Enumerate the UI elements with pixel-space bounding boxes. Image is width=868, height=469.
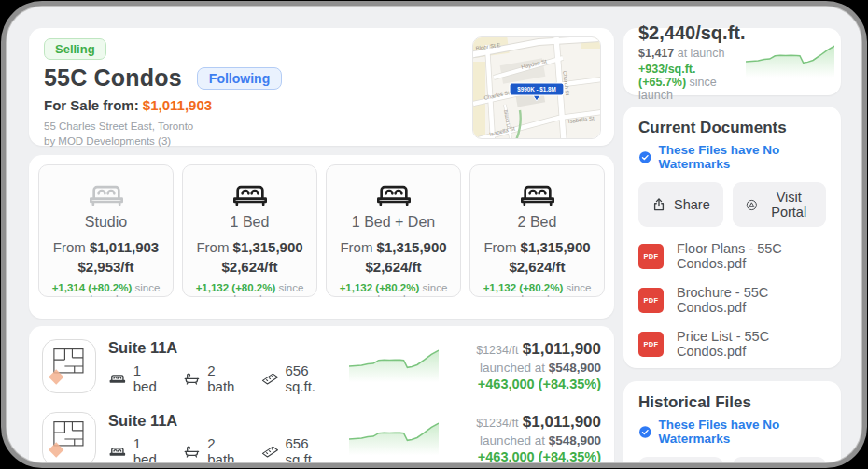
suite-row[interactable]: Suite 11A 1 bed 2 bath (42, 336, 601, 396)
file-row[interactable]: PDF Price List - 55C Condos.pdf (638, 329, 826, 359)
floorplan-thumbnail[interactable] (42, 339, 96, 393)
bed-icon (327, 178, 460, 206)
share-icon (651, 197, 666, 212)
bed-icon (39, 178, 173, 206)
unit-card-1bed[interactable]: 1 Bed From $1,315,900 $2,624/ft +1,132 (… (182, 164, 317, 297)
suite-name: Suite 11A (108, 339, 337, 357)
project-trend-sparkline (746, 39, 834, 84)
baths-spec: 2 bath (183, 362, 242, 394)
section-title: Historical Files (638, 393, 826, 412)
area-spec: 656 sq.ft. (261, 435, 337, 463)
bed-icon (470, 178, 604, 206)
suites-panel: Suite 11A 1 bed 2 bath (29, 326, 614, 462)
floorplan-thumbnail[interactable] (42, 412, 96, 462)
watermark-note: These Files have No Watermarks (638, 418, 826, 446)
page-title: 55C Condos (44, 64, 182, 92)
main-column: Selling 55C Condos Following For Sale fr… (29, 28, 614, 462)
drive-icon (746, 197, 758, 213)
verified-icon (638, 149, 652, 165)
map-thumbnail[interactable]: Bloor St E Hayden St Church St Charles S… (472, 36, 601, 139)
suite-name: Suite 11A (108, 412, 337, 430)
ruler-icon (261, 444, 279, 458)
share-button[interactable]: Share (638, 182, 723, 227)
status-badge: Selling (44, 38, 106, 60)
current-ppsf: $2,440/sq.ft. (638, 22, 746, 44)
verified-icon (638, 424, 652, 440)
map-image: Bloor St E Hayden St Church St Charles S… (473, 37, 601, 139)
price-trend-sparkline (349, 346, 439, 387)
pdf-icon: PDF (638, 288, 664, 313)
price-trend-sparkline (349, 419, 439, 460)
bath-icon (183, 444, 201, 459)
beds-spec: 1 bed (108, 362, 164, 394)
bed-icon (108, 371, 127, 385)
suite-price: $1,011,900 (523, 413, 601, 431)
historical-files-card: Historical Files These Files have No Wat… (623, 381, 841, 462)
watermark-note: These Files have No Watermarks (638, 143, 826, 171)
app-window: Selling 55C Condos Following For Sale fr… (7, 7, 861, 462)
baths-spec: 2 bath (183, 435, 242, 463)
suite-change: +463,000 (+84.35%) (451, 448, 601, 462)
visit-portal-button[interactable]: Visit Portal (733, 457, 826, 462)
suite-ppf: $1234/ft (476, 417, 518, 430)
following-button[interactable]: Following (197, 67, 282, 90)
suite-price: $1,011,900 (523, 340, 601, 358)
suite-ppf: $1234/ft (476, 344, 518, 357)
unit-card-2bed[interactable]: 2 Bed From $1,315,900 $2,624/ft +1,132 (… (469, 164, 605, 297)
unit-types-row: Studio From $1,011,903 $2,953/ft +1,314 … (38, 164, 605, 297)
current-documents-card: Current Documents These Files have No Wa… (623, 107, 841, 368)
section-title: Current Documents (638, 119, 826, 137)
side-column: $2,440/sq.ft. $1,417 at launch +933/sq.f… (623, 28, 841, 462)
area-spec: 656 sq.ft. (261, 362, 337, 394)
bed-icon (183, 178, 316, 206)
suite-row[interactable]: Suite 11A 1 bed 2 bath (42, 409, 601, 462)
pdf-icon: PDF (638, 244, 664, 269)
bath-icon (183, 371, 201, 386)
price-summary-card: $2,440/sq.ft. $1,417 at launch +933/sq.f… (623, 28, 841, 95)
bed-icon (108, 444, 127, 458)
unit-card-studio[interactable]: Studio From $1,011,903 $2,953/ft +1,314 … (38, 164, 174, 297)
file-row[interactable]: PDF Brochure - 55C Condos.pdf (638, 285, 826, 315)
unit-types-panel: Studio From $1,011,903 $2,953/ft +1,314 … (29, 155, 614, 319)
unit-card-1bed-den[interactable]: 1 Bed + Den From $1,315,900 $2,624/ft +1… (326, 164, 461, 297)
marker-label: $990K - $1.8M (517, 86, 556, 93)
pdf-icon: PDF (638, 332, 664, 357)
file-row[interactable]: PDF Floor Plans - 55C Condos.pdf (638, 241, 826, 271)
for-sale-price: $1,011,903 (143, 97, 212, 113)
share-button[interactable]: Share (638, 457, 723, 462)
beds-spec: 1 bed (108, 435, 164, 463)
ruler-icon (261, 371, 279, 385)
visit-portal-button[interactable]: Visit Portal (733, 182, 826, 227)
project-header-card: Selling 55C Condos Following For Sale fr… (29, 28, 614, 146)
suite-change: +463,000 (+84.35%) (451, 376, 601, 393)
